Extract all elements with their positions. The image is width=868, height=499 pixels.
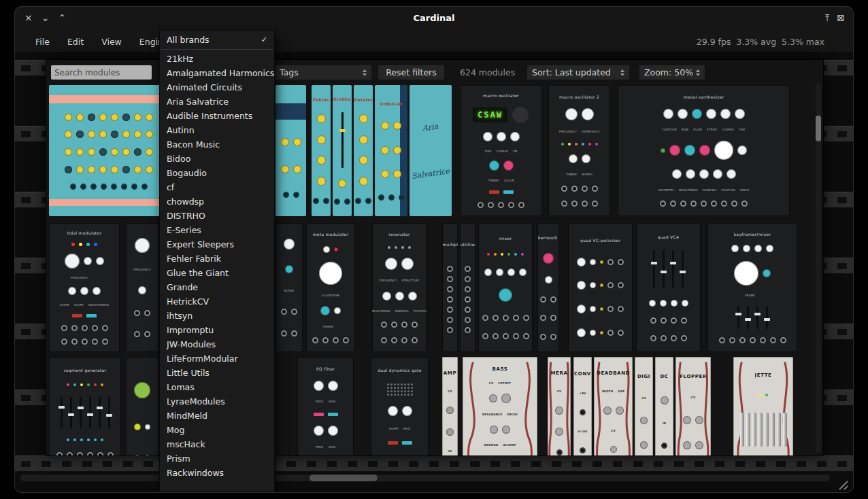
horizontal-scrollbar[interactable] xyxy=(20,475,830,481)
module-bernoulli-gate[interactable]: bernoulli gate xyxy=(537,223,559,352)
brand-option-all-brands[interactable]: All brands✓ xyxy=(160,33,274,47)
module-aria-grid-module[interactable] xyxy=(49,85,169,216)
brand-option-bidoo[interactable]: Bidoo xyxy=(160,152,274,166)
port-row xyxy=(650,317,687,324)
slider[interactable] xyxy=(108,397,110,428)
matrix-dot xyxy=(397,383,399,385)
slider[interactable] xyxy=(341,112,344,168)
brand-option-lyraemodules[interactable]: LyraeModules xyxy=(160,394,274,409)
module-undular[interactable]: UnDuLaR xyxy=(375,85,407,216)
module-meta-modulator[interactable]: meta modulatorALGORITHMTIMBRE xyxy=(306,223,355,352)
module-flopper[interactable]: FLOPPERCVIN xyxy=(675,357,711,455)
module-utilities[interactable]: utilities xyxy=(460,223,475,352)
menu-item-edit[interactable]: Edit xyxy=(62,35,89,49)
module-pokies[interactable]: Pokies xyxy=(312,85,331,216)
slider[interactable] xyxy=(99,397,101,428)
module-macro-oscillator[interactable]: macro oscillatorCSAWFINECOARSEFMTIMBRECO… xyxy=(460,85,542,216)
sort-dropdown[interactable]: Sort: Last updated xyxy=(527,65,629,80)
module-segment-generator[interactable]: segment generator xyxy=(49,357,121,455)
module-mixer[interactable]: mixer xyxy=(478,223,533,352)
module-dual-dynamics-gate[interactable]: dual dynamics gateSHAPEMODEXCITEININEXCI… xyxy=(371,357,429,455)
brand-option-prism[interactable]: Prism xyxy=(160,451,274,466)
slider[interactable] xyxy=(61,397,63,428)
module-aria-salvatrice-signature-panel[interactable]: AriaSalvatrice xyxy=(410,85,452,216)
module-bass[interactable]: BASSCVCUTOFFRESONANCEDECAYENVMODACCENTGA… xyxy=(463,357,537,455)
module-modal-synthesizer[interactable]: modal synthesizerCONTOURBOWBLOWSTRIKECOA… xyxy=(618,85,790,216)
module-labels: FINECOARSEFM xyxy=(485,150,518,153)
module-dc[interactable]: DCINOUT xyxy=(655,357,673,455)
titlebar[interactable]: × ⌄ ⌃ Cardinal ⤒ ⊠ xyxy=(15,7,853,31)
brand-option-audible-instruments[interactable]: Audible Instruments xyxy=(160,109,274,123)
brand-option-e-series[interactable]: E-Series xyxy=(160,223,274,237)
brand-option-glue-the-giant[interactable]: Glue the Giant xyxy=(160,266,274,280)
module-partial-teal-module[interactable] xyxy=(276,85,306,216)
menu-item-view[interactable]: View xyxy=(96,35,127,49)
brand-option-mindmeld[interactable]: MindMeld xyxy=(160,409,274,423)
module-keyframer-mixer[interactable]: keyframer/mixerFRAME xyxy=(707,223,797,352)
brand-option-hetrickcv[interactable]: HetrickCV xyxy=(160,294,274,309)
brand-option-bogaudio[interactable]: Bogaudio xyxy=(160,166,274,180)
module-partial-module[interactable]: FREQUENCY xyxy=(126,223,158,352)
brand-option-chowdsp[interactable]: chowdsp xyxy=(160,194,274,209)
module-grabby[interactable]: Grabby xyxy=(333,85,352,216)
slider[interactable] xyxy=(672,250,674,288)
reset-filters-button[interactable]: Reset filters xyxy=(378,65,444,80)
rollup-icon[interactable]: ⤒ xyxy=(825,13,829,22)
brand-option-ihtsyn[interactable]: ihtsyn xyxy=(160,309,274,323)
brand-option-aria-salvatrice[interactable]: Aria Salvatrice xyxy=(160,94,274,109)
slider[interactable] xyxy=(70,397,72,428)
brand-option-21khz[interactable]: 21kHz xyxy=(160,52,274,66)
slider[interactable] xyxy=(737,306,739,329)
module-partial-module[interactable]: BLEND xyxy=(276,223,303,352)
search-input[interactable] xyxy=(51,65,152,80)
vertical-scrollbar[interactable] xyxy=(816,83,821,453)
slider[interactable] xyxy=(663,250,665,288)
brand-option-mog[interactable]: Mog xyxy=(160,423,274,437)
module-quad-vc-polarizer[interactable]: quad VC-polarizer xyxy=(568,223,633,352)
slider[interactable] xyxy=(747,306,749,329)
slider[interactable] xyxy=(80,397,82,428)
module-macro-oscillator-2[interactable]: macro oscillator 2FREQUENCYHARMONICSTIMB… xyxy=(548,85,610,216)
brand-option-fehler-fabrik[interactable]: Fehler Fabrik xyxy=(160,252,274,266)
module-tidal-modulator[interactable]: tidal modulatorFREQUENCYSHAPESLOPESMOOTH… xyxy=(49,223,120,352)
module-deadband[interactable]: DEADBANDWIDTHGAPCV xyxy=(594,357,633,455)
brand-option-distrho[interactable]: DISTRHO xyxy=(160,209,274,223)
slider[interactable] xyxy=(766,306,768,329)
module-amp[interactable]: AMPCVIN xyxy=(442,357,458,455)
slider[interactable] xyxy=(682,250,684,288)
brand-option-autinn[interactable]: Autinn xyxy=(160,123,274,137)
brand-option-bacon-music[interactable]: Bacon Music xyxy=(160,137,274,152)
module-conv[interactable]: CONV+5V0-10V0-10V xyxy=(573,357,592,455)
slider[interactable] xyxy=(653,250,655,288)
brand-option-animated-circuits[interactable]: Animated Circuits xyxy=(160,80,274,94)
brand-option-impromptu[interactable]: Impromptu xyxy=(160,323,274,337)
brand-option-lomas[interactable]: Lomas xyxy=(160,380,274,394)
vertical-scrollbar-thumb[interactable] xyxy=(816,116,821,141)
brand-option-rackwindows[interactable]: Rackwindows xyxy=(160,466,274,480)
brand-option-amalgamated-harmonics[interactable]: Amalgamated Harmonics xyxy=(160,66,274,80)
slider[interactable] xyxy=(89,397,91,428)
module-jette[interactable]: JETTE xyxy=(733,357,793,455)
module-partial-module[interactable] xyxy=(126,357,158,455)
close-box-icon[interactable]: ⊠ xyxy=(837,13,845,22)
slider[interactable] xyxy=(756,306,758,329)
menu-item-file[interactable]: File xyxy=(30,35,55,49)
module-eq-filter[interactable]: EQ filterFREQGAINFREQGAIN xyxy=(297,357,354,455)
brand-option-lifeformmodular[interactable]: LifeFormModular xyxy=(160,351,274,366)
port xyxy=(650,335,656,341)
tags-filter-dropdown[interactable]: Tags xyxy=(275,65,371,80)
brand-option-jw-modules[interactable]: JW-Modules xyxy=(160,337,274,351)
brand-option-expert-sleepers[interactable]: Expert Sleepers xyxy=(160,237,274,252)
module-multiples[interactable]: multiples xyxy=(442,223,458,352)
brand-option-grande[interactable]: Grande xyxy=(160,280,274,294)
brand-option-little-utils[interactable]: Little Utils xyxy=(160,366,274,380)
module-digi[interactable]: DIGICVANALOG xyxy=(635,357,653,455)
brand-option-mschack[interactable]: mscHack xyxy=(160,437,274,451)
horizontal-scrollbar-thumb[interactable] xyxy=(310,475,378,481)
module-rotatoes[interactable]: Rotatoes xyxy=(354,85,373,216)
zoom-dropdown[interactable]: Zoom: 50% xyxy=(639,65,705,80)
module-quad-vca[interactable]: quad VCA xyxy=(636,223,701,352)
module-resonator[interactable]: resonatorFREQUENCYSTRUCTUREBRIGHTNESSDAM… xyxy=(372,223,427,352)
module-mera[interactable]: MERACVIN xyxy=(548,357,571,455)
brand-option-cf[interactable]: cf xyxy=(160,180,274,194)
